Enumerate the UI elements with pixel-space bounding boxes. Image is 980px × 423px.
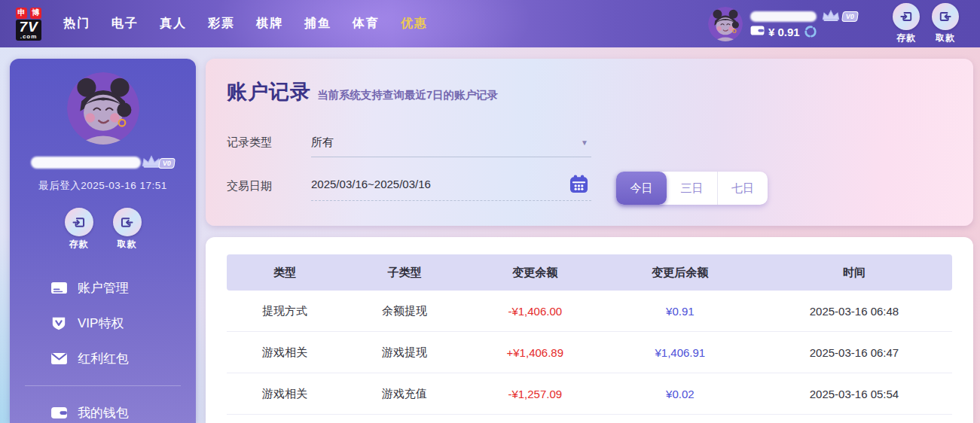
sidebar-item-label: VIP特权 [78,315,124,332]
wallet-icon [50,406,68,420]
record-type-select[interactable]: 所有 ▼ [311,135,591,157]
logo-domain: .com [19,34,38,40]
topbar-user-area: V0 ¥ 0.91 存款 [708,3,980,44]
main-nav: 热门 电子 真人 彩票 棋牌 捕鱼 体育 优惠 [63,16,428,32]
balance-amount: ¥ 0.91 [768,26,800,38]
col-header-change: 变更余额 [466,266,604,280]
range-button-7days[interactable]: 七日 [717,172,768,205]
page: 申 博 7V .com 热门 电子 真人 彩票 棋牌 捕鱼 体育 优惠 [0,0,980,423]
col-header-balance-after: 变更后余额 [604,266,756,280]
date-range-label: 交易日期 [227,179,311,201]
nav-item-cards[interactable]: 棋牌 [256,16,283,32]
nav-item-sports[interactable]: 体育 [353,16,380,32]
avatar-image [67,72,139,145]
cell-subtype: 游戏提现 [343,345,466,360]
sidebar-item-account-management[interactable]: 账户管理 [10,270,196,306]
cell-type: 提现方式 [227,304,343,318]
record-type-value: 所有 [311,135,334,150]
cell-time: 2025-03-16 05:54 [756,388,952,400]
table-row: 提现方式 余额提现 -¥1,406.00 ¥0.91 2025-03-16 06… [227,291,952,332]
table-row: 游戏相关 游戏充值 -¥1,257.09 ¥0.02 2025-03-16 05… [227,373,952,415]
withdraw-icon [113,208,142,236]
records-table-panel: 类型 子类型 变更余额 变更后余额 时间 提现方式 余额提现 -¥1,406.0… [206,237,973,423]
page-title: 账户记录 [227,78,311,105]
cell-time: 2025-03-16 06:48 [756,305,952,318]
sidebar-divider [25,385,181,386]
cell-subtype: 余额提现 [343,304,466,318]
cell-balance: ¥0.02 [604,388,756,400]
sidebar: V0 最后登入2025-03-16 17:51 存款 取款 [10,59,196,423]
vip-crown-icon [821,9,841,22]
cell-type: 游戏相关 [227,387,343,401]
card-icon [50,281,68,295]
col-header-time: 时间 [756,266,952,280]
cell-type: 游戏相关 [227,345,343,360]
sidebar-avatar[interactable] [67,72,139,145]
vip-level-badge: V0 [158,158,176,169]
sidebar-item-label: 红利红包 [78,350,129,367]
range-button-today[interactable]: 今日 [616,172,667,205]
main-content: 账户记录 当前系统支持查询最近7日的账户记录 记录类型 所有 ▼ 交易日期 20… [206,59,973,423]
sidebar-item-label: 我的钱包 [78,404,129,421]
nav-item-slots[interactable]: 电子 [111,16,139,32]
vip-level-badge: V0 [841,11,859,22]
withdraw-icon [932,3,959,30]
records-filter-panel: 账户记录 当前系统支持查询最近7日的账户记录 记录类型 所有 ▼ 交易日期 20… [206,59,973,226]
cell-change: -¥1,406.00 [466,305,604,318]
col-header-subtype: 子类型 [343,266,466,280]
deposit-button[interactable]: 存款 [893,3,920,44]
deposit-icon [893,3,920,30]
table-header-row: 类型 子类型 变更余额 变更后余额 时间 [227,254,952,291]
sidebar-item-my-wallet[interactable]: 我的钱包 [10,395,196,423]
nav-item-live[interactable]: 真人 [160,16,187,32]
range-button-3days[interactable]: 三日 [667,172,717,205]
vip-badge-icon [50,316,68,331]
envelope-icon [50,351,68,366]
nav-item-hot[interactable]: 热门 [63,16,90,32]
nav-item-promos[interactable]: 优惠 [401,16,428,32]
date-range-buttons: 今日 三日 七日 [616,172,768,205]
sidebar-item-label: 账户管理 [78,279,129,297]
logo-text: 7V [19,20,38,34]
cell-subtype: 游戏充值 [343,387,466,401]
date-range-value: 2025/03/16~2025/03/16 [311,178,431,190]
col-header-type: 类型 [227,266,343,280]
table-row: 游戏相关 游戏提现 +¥1,406.89 ¥1,406.91 2025-03-1… [227,332,952,373]
sidebar-item-bonus-redpacket[interactable]: 红利红包 [10,341,196,376]
cell-change: +¥1,406.89 [466,346,604,359]
username-masked [750,11,817,22]
username-masked [31,157,141,169]
sidebar-deposit-button[interactable]: 存款 [65,208,93,251]
withdraw-button[interactable]: 取款 [932,3,959,44]
sidebar-withdraw-button[interactable]: 取款 [113,208,142,251]
site-logo[interactable]: 申 博 7V .com [8,8,50,41]
page-subtitle: 当前系统支持查询最近7日的账户记录 [317,88,498,102]
cell-balance: ¥0.91 [604,305,756,318]
logo-badge-1: 申 [16,8,27,19]
refresh-icon[interactable] [804,25,817,38]
cell-time: 2025-03-16 06:47 [756,346,952,359]
nav-item-lottery[interactable]: 彩票 [208,16,235,32]
logo-badge-2: 博 [30,8,41,19]
avatar[interactable] [708,7,743,41]
topbar: 申 博 7V .com 热门 电子 真人 彩票 棋牌 捕鱼 体育 优惠 [0,0,980,47]
last-login-text: 最后登入2025-03-16 17:51 [10,179,196,193]
record-type-label: 记录类型 [227,135,311,157]
deposit-icon [65,208,93,236]
wallet-icon [750,25,765,38]
sidebar-item-vip-privileges[interactable]: VIP特权 [10,306,196,341]
nav-item-fishing[interactable]: 捕鱼 [304,16,331,32]
cell-balance: ¥1,406.91 [604,346,756,359]
sidebar-menu: 账户管理 VIP特权 红利红包 我的钱包 [10,270,196,423]
avatar-image [708,7,743,41]
calendar-icon[interactable] [569,175,588,193]
chevron-down-icon: ▼ [581,138,588,147]
cell-change: -¥1,257.09 [466,388,604,400]
date-range-input[interactable]: 2025/03/16~2025/03/16 [311,175,591,201]
